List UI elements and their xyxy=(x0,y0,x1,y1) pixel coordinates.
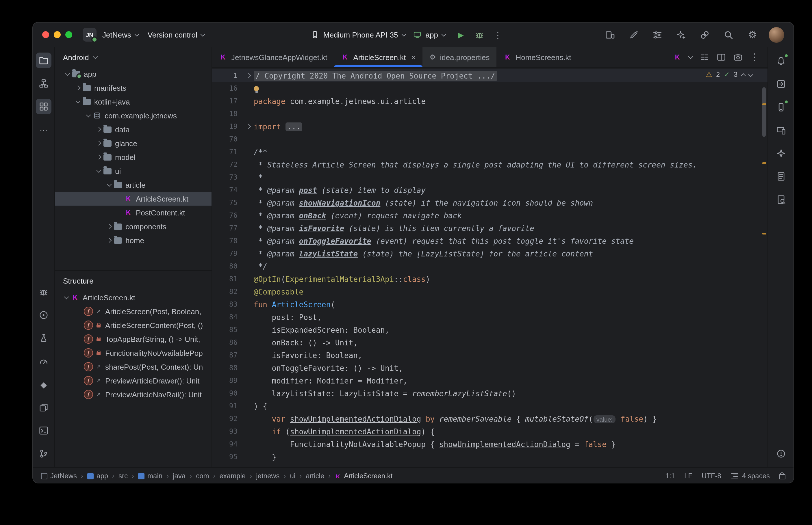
services-button[interactable]: ◆ xyxy=(36,377,51,392)
file-encoding[interactable]: UTF-8 xyxy=(702,472,721,480)
structure-root[interactable]: KArticleScreen.kt xyxy=(55,290,211,304)
breadcrumb-item-com[interactable]: com xyxy=(196,472,209,480)
breadcrumb-item-src[interactable]: src xyxy=(118,472,128,480)
minimize-window-button[interactable] xyxy=(54,31,61,38)
tree-item-ui[interactable]: ui xyxy=(55,164,211,178)
scrollbar-thumb[interactable] xyxy=(762,87,766,137)
tree-item-ArticleScreen.kt[interactable]: KArticleScreen.kt xyxy=(55,192,211,206)
chevron-down-icon[interactable] xyxy=(76,99,80,103)
profiler-button[interactable] xyxy=(36,354,51,369)
chevron-down-icon[interactable] xyxy=(86,112,91,117)
chevron-right-icon[interactable] xyxy=(97,155,101,160)
code-line-19[interactable]: 19import ... xyxy=(212,120,768,133)
code-line-74[interactable]: 74 * @param post (state) item to display xyxy=(212,184,768,196)
warning-stripe-mark[interactable] xyxy=(762,233,766,235)
code-line-90[interactable]: 90 lazyListState: LazyListState = rememb… xyxy=(212,387,768,400)
tree-item-components[interactable]: components xyxy=(55,220,211,233)
code-line-79[interactable]: 79 * @param lazyListState (state) the [L… xyxy=(212,247,768,260)
problems-button[interactable] xyxy=(773,446,788,462)
warning-stripe-mark[interactable] xyxy=(762,103,766,105)
fold-chevron-icon[interactable] xyxy=(246,73,251,78)
code-area[interactable]: 1/ Copyright 2020 The Android Open Sourc… xyxy=(212,68,768,467)
build-button[interactable] xyxy=(36,400,51,415)
run-configuration-selector[interactable]: app xyxy=(414,30,445,39)
structure-item-PreviewArticleNavRail(): Unit[interactable]: f↗PreviewArticleNavRail(): Unit xyxy=(55,388,211,401)
indent-config[interactable]: 4 spaces xyxy=(730,472,770,480)
chevron-down-icon[interactable] xyxy=(97,168,101,173)
commit-button[interactable] xyxy=(36,76,51,91)
warning-stripe-mark[interactable] xyxy=(762,162,766,164)
tree-item-app[interactable]: app xyxy=(55,67,211,81)
code-line-92[interactable]: 92 var showUnimplementedActionDialog by … xyxy=(212,412,768,425)
code-line-95[interactable]: 95 } xyxy=(212,450,768,463)
tab-ArticleScreen.kt[interactable]: KArticleScreen.kt× xyxy=(334,47,423,67)
code-line-77[interactable]: 77 * @param isFavorite (state) is this i… xyxy=(212,222,768,235)
close-tab-icon[interactable]: × xyxy=(411,52,416,62)
find-button[interactable] xyxy=(773,192,788,207)
run-button[interactable] xyxy=(36,307,51,323)
breadcrumb-item-example[interactable]: example xyxy=(220,472,246,480)
screenshot-button[interactable] xyxy=(734,52,743,62)
structure-pane-header[interactable]: Structure xyxy=(55,271,211,290)
tree-item-data[interactable]: data xyxy=(55,122,211,136)
structure-item-PreviewArticleDrawer(): Unit[interactable]: f↗PreviewArticleDrawer(): Unit xyxy=(55,374,211,388)
chevron-right-icon[interactable] xyxy=(107,238,112,243)
code-line-81[interactable]: 81@OptIn(ExperimentalMaterial3Api::class… xyxy=(212,273,768,285)
app-inspection-button[interactable] xyxy=(36,330,51,346)
tab-HomeScreens.kt[interactable]: KHomeScreens.kt xyxy=(497,47,578,67)
breadcrumb-item-jetnews[interactable]: jetnews xyxy=(256,472,279,480)
structure-item-TopAppBar(String, () -> Unit,[interactable]: fTopAppBar(String, () -> Unit, xyxy=(55,332,211,346)
next-problem-button[interactable] xyxy=(749,72,753,77)
editor-options-button[interactable]: ⋮ xyxy=(750,52,759,62)
code-line-72[interactable]: 72 * Stateless Article Screen that displ… xyxy=(212,158,768,171)
tree-item-PostContent.kt[interactable]: KPostContent.kt xyxy=(55,206,211,220)
tree-item-manifests[interactable]: manifests xyxy=(55,81,211,95)
tree-item-glance[interactable]: glance xyxy=(55,136,211,150)
zoom-window-button[interactable] xyxy=(65,31,72,38)
code-line-18[interactable]: 18 xyxy=(212,107,768,120)
app-quality-insights-button[interactable] xyxy=(773,169,788,184)
logcat-button[interactable] xyxy=(36,284,51,300)
tab-JetnewsGlanceAppWidget.kt[interactable]: KJetnewsGlanceAppWidget.kt xyxy=(212,47,334,67)
code-line-85[interactable]: 85 isExpandedScreen: Boolean, xyxy=(212,324,768,336)
editor-list-button[interactable] xyxy=(700,52,709,62)
breadcrumb-item-app[interactable]: app xyxy=(87,472,108,480)
code-line-80[interactable]: 80 */ xyxy=(212,260,768,273)
resource-manager-button[interactable] xyxy=(36,99,51,114)
run-button[interactable]: ▶ xyxy=(453,27,469,42)
caret-position[interactable]: 1:1 xyxy=(665,472,675,480)
project-pane-header[interactable]: Android xyxy=(55,47,211,67)
settings-button[interactable]: ⚙ xyxy=(745,27,760,42)
breadcrumb-item-JetNews[interactable]: JetNews xyxy=(41,472,77,480)
vcs-menu[interactable]: Version control xyxy=(148,30,205,39)
editor-scrollbar[interactable] xyxy=(761,68,768,467)
code-line-83[interactable]: 83fun ArticleScreen( xyxy=(212,298,768,311)
readonly-lock-icon[interactable] xyxy=(779,474,785,479)
tree-item-model[interactable]: model xyxy=(55,150,211,164)
line-separator[interactable]: LF xyxy=(684,472,692,480)
ai-assistant-button[interactable] xyxy=(626,27,641,42)
view-options-button[interactable] xyxy=(650,27,665,42)
chevron-right-icon[interactable] xyxy=(76,86,80,90)
intention-bulb-icon[interactable] xyxy=(254,86,259,91)
code-line-75[interactable]: 75 * @param showNavigationIcon (state) i… xyxy=(212,196,768,209)
code-line-89[interactable]: 89 modifier: Modifier = Modifier, xyxy=(212,374,768,387)
version-control-button[interactable] xyxy=(36,446,51,462)
structure-item-sharePost(Post, Context): Un[interactable]: f↗sharePost(Post, Context): Un xyxy=(55,360,211,374)
code-line-88[interactable]: 88 onToggleFavorite: () -> Unit, xyxy=(212,362,768,374)
code-line-73[interactable]: 73 * xyxy=(212,171,768,184)
chevron-down-icon[interactable] xyxy=(107,182,112,186)
inspections-widget[interactable]: ⚠ 2 ✓ 3 xyxy=(706,71,752,78)
gradle-button[interactable] xyxy=(773,76,788,92)
code-line-78[interactable]: 78 * @param onToggleFavorite (event) req… xyxy=(212,235,768,247)
debug-button[interactable] xyxy=(472,27,487,42)
chevron-right-icon[interactable] xyxy=(97,127,101,132)
breadcrumb-item-java[interactable]: java xyxy=(173,472,186,480)
structure-item-ArticleScreen(Post, Boolean,[interactable]: f↗ArticleScreen(Post, Boolean, xyxy=(55,304,211,318)
terminal-button[interactable] xyxy=(36,423,51,438)
avatar[interactable] xyxy=(769,27,784,43)
code-line-82[interactable]: 82@Composable xyxy=(212,285,768,298)
running-devices-button[interactable] xyxy=(773,122,788,138)
code-line-94[interactable]: 94 FunctionalityNotAvailablePopup { show… xyxy=(212,438,768,450)
code-line-17[interactable]: 17package com.example.jetnews.ui.article xyxy=(212,95,768,107)
